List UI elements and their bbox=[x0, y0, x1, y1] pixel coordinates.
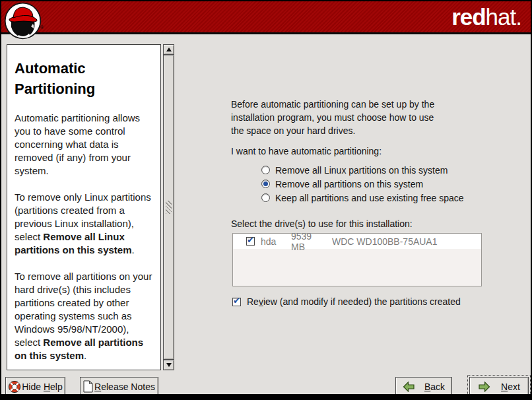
scrollbar-grip bbox=[166, 201, 172, 214]
review-checkbox[interactable]: ✔ bbox=[232, 298, 241, 306]
checkmark-icon: ✔ bbox=[247, 236, 254, 244]
wordmark-hat: hat. bbox=[486, 4, 521, 30]
arrow-down-icon bbox=[166, 363, 172, 367]
radio-button-icon[interactable] bbox=[261, 193, 270, 202]
radio-keep-all-partitions[interactable]: Keep all partitions and use existing fre… bbox=[261, 191, 464, 205]
radio-button-icon[interactable] bbox=[261, 166, 270, 174]
scroll-down-button[interactable] bbox=[163, 360, 174, 370]
radio-remove-linux-partitions[interactable]: Remove all Linux partitions on this syst… bbox=[261, 163, 464, 177]
radio-label: Remove all Linux partitions on this syst… bbox=[275, 165, 448, 176]
hide-help-label: Hide Help bbox=[22, 382, 63, 392]
help-paragraph-2: To remove only Linux partitions (partiti… bbox=[15, 191, 157, 257]
help-scrollbar[interactable] bbox=[163, 44, 174, 370]
drive-list[interactable]: ✔ hda 9539 MB WDC WD100BB-75AUA1 bbox=[232, 233, 482, 286]
next-arrow-icon bbox=[478, 382, 490, 392]
arrow-up-icon bbox=[166, 48, 172, 51]
next-button[interactable]: Next bbox=[469, 377, 529, 396]
intro-text: Before automatic partitioning can be set… bbox=[231, 98, 463, 137]
checkmark-icon: ✔ bbox=[233, 296, 240, 305]
radio-label: Remove all partitions on this system bbox=[275, 179, 423, 189]
radio-remove-all-partitions[interactable]: Remove all partitions on this system bbox=[261, 177, 464, 191]
trademark-symbol: ® bbox=[40, 25, 44, 30]
radio-button-icon[interactable] bbox=[261, 180, 270, 188]
redhat-shadowman-logo bbox=[4, 2, 42, 42]
help-panel: Automatic Partitioning Automatic partiti… bbox=[7, 44, 161, 370]
drive-checkbox[interactable]: ✔ bbox=[246, 237, 255, 246]
partitioning-radio-group: Remove all Linux partitions on this syst… bbox=[261, 163, 464, 205]
bottom-border bbox=[1, 394, 531, 399]
back-button[interactable]: Back bbox=[395, 377, 452, 396]
partitioning-prompt: I want to have automatic partitioning: bbox=[231, 146, 382, 156]
drive-size: 9539 MB bbox=[291, 231, 325, 252]
installer-window: ® redhat. Automatic Partitioning Automat… bbox=[0, 0, 532, 400]
help-paragraph-3: To remove all partitions on your hard dr… bbox=[15, 270, 157, 362]
scroll-up-button[interactable] bbox=[163, 44, 174, 55]
drive-select-label: Select the drive(s) to use for this inst… bbox=[231, 218, 413, 229]
drive-row-hda[interactable]: ✔ hda 9539 MB WDC WD100BB-75AUA1 bbox=[233, 234, 481, 249]
help-title: Automatic Partitioning bbox=[15, 58, 157, 99]
scrollbar-thumb[interactable] bbox=[163, 55, 174, 360]
back-label: Back bbox=[424, 382, 445, 392]
redhat-wordmark: redhat. bbox=[451, 4, 521, 30]
radio-dot bbox=[263, 182, 268, 186]
document-icon bbox=[83, 380, 93, 393]
review-label: Review (and modify if needed) the partit… bbox=[247, 296, 461, 307]
next-label: Next bbox=[501, 382, 520, 392]
lifebuoy-icon bbox=[8, 380, 21, 393]
wordmark-red: red bbox=[451, 4, 485, 30]
review-checkbox-row[interactable]: ✔ Review (and modify if needed) the part… bbox=[232, 296, 461, 307]
release-notes-label: Release Notes bbox=[94, 382, 155, 392]
help-paragraph-1: Automatic partitioning allows you to hav… bbox=[15, 112, 157, 178]
radio-label: Keep all partitions and use existing fre… bbox=[275, 193, 464, 203]
release-notes-button[interactable]: Release Notes bbox=[80, 377, 158, 396]
drive-device: hda bbox=[261, 236, 291, 247]
back-arrow-icon bbox=[403, 382, 415, 392]
hide-help-button[interactable]: Hide Help bbox=[5, 377, 65, 396]
drive-model: WDC WD100BB-75AUA1 bbox=[332, 236, 438, 247]
